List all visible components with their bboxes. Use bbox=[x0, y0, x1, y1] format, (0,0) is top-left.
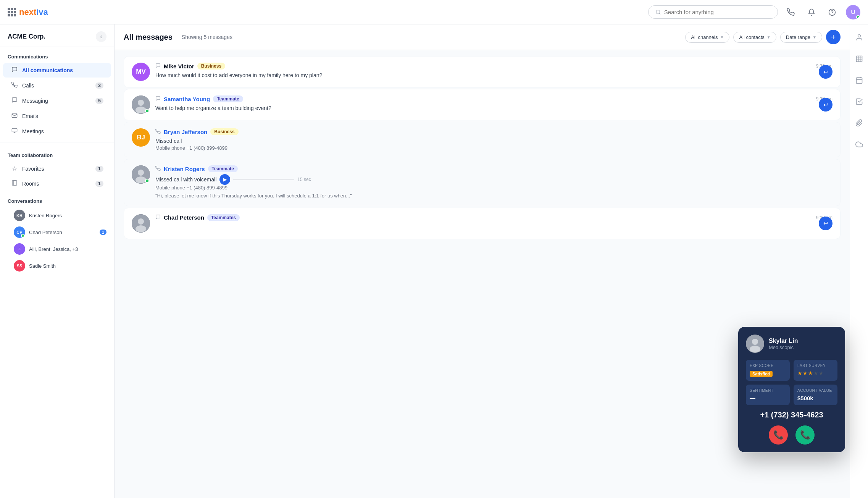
sidebar-item-all-communications[interactable]: All communications bbox=[3, 63, 111, 78]
account-value: $500k bbox=[797, 395, 834, 401]
topnav-icons: U bbox=[784, 5, 860, 19]
bryan-jefferson-content: Bryan Jefferson Business Missed call Mob… bbox=[155, 128, 833, 151]
group-avatar: 5 bbox=[14, 243, 25, 255]
message-mike-victor[interactable]: MV Mike Victor Business 9:30 am How much… bbox=[124, 56, 841, 87]
favorites-badge: 1 bbox=[95, 166, 103, 172]
all-channels-filter[interactable]: All channels ▼ bbox=[685, 32, 729, 43]
meetings-label: Meetings bbox=[22, 128, 103, 134]
sadie-smith-avatar: SS bbox=[14, 260, 25, 272]
attachment-icon[interactable] bbox=[852, 116, 866, 130]
progress-bar bbox=[233, 179, 294, 180]
center-header: All messages Showing 5 messages All chan… bbox=[115, 24, 850, 50]
kristen-rogers-content: Kristen Rogers Teammate Missed call with… bbox=[155, 165, 833, 200]
calls-icon bbox=[11, 82, 18, 89]
bryan-jefferson-avatar: BJ bbox=[132, 128, 150, 147]
chad-peterson-avatar-msg bbox=[132, 214, 150, 233]
conversations-section-title: Conversations bbox=[0, 191, 114, 207]
popup-user-info: Skylar Lin Mediscopic bbox=[746, 335, 837, 353]
svg-point-6 bbox=[138, 100, 144, 106]
svg-point-13 bbox=[136, 225, 146, 232]
contact-popup-card: Skylar Lin Mediscopic EXP SCORE Satisfie… bbox=[738, 327, 845, 452]
chad-online-dot bbox=[21, 234, 25, 238]
message-samantha-young[interactable]: Samantha Young Teammate 9:30 am Want to … bbox=[124, 89, 841, 120]
chevron-down-icon: ▼ bbox=[720, 35, 724, 39]
message-bryan-jefferson[interactable]: BJ Bryan Jefferson Business Missed call … bbox=[124, 122, 841, 157]
samantha-young-text: Want to help me organize a team building… bbox=[155, 104, 833, 112]
left-sidebar: ACME Corp. ‹ Communications All communic… bbox=[0, 24, 115, 498]
kristen-rogers-name: Kristen Rogers bbox=[29, 213, 106, 218]
svg-rect-2 bbox=[12, 113, 17, 118]
bryan-jefferson-text: Missed call bbox=[155, 137, 833, 145]
popup-contact-company: Mediscopic bbox=[769, 344, 798, 350]
contact-icon[interactable] bbox=[852, 31, 866, 44]
sidebar-item-calls[interactable]: Calls 3 bbox=[3, 78, 111, 93]
phone-icon[interactable] bbox=[784, 5, 798, 19]
conv-item-kristen-rogers[interactable]: KR Kristen Rogers bbox=[0, 207, 114, 224]
popup-call-actions: 📞 📞 bbox=[746, 425, 837, 445]
svg-rect-4 bbox=[12, 181, 17, 185]
cloud-icon[interactable] bbox=[852, 137, 866, 151]
communications-section-title: Communications bbox=[0, 47, 114, 63]
all-contacts-filter[interactable]: All contacts ▼ bbox=[733, 32, 776, 43]
voicemail-quote: "Hi, please let me know if this Thursday… bbox=[155, 192, 833, 200]
last-survey-label: LAST SURVEY bbox=[797, 364, 834, 368]
kristen-rogers-name: Kristen Rogers bbox=[164, 166, 205, 172]
grid-icon[interactable] bbox=[8, 8, 16, 16]
chad-peterson-tag: Teammates bbox=[207, 214, 240, 221]
user-avatar[interactable]: U bbox=[846, 5, 860, 19]
help-icon[interactable] bbox=[825, 5, 839, 19]
sidebar-item-emails[interactable]: Emails bbox=[3, 109, 111, 123]
kristen-rogers-text: Missed call with voicemail bbox=[155, 176, 216, 184]
popup-avatar bbox=[746, 335, 764, 353]
call-type-icon-2 bbox=[155, 166, 161, 172]
message-kristen-rogers[interactable]: Kristen Rogers Teammate Missed call with… bbox=[124, 159, 841, 206]
search-bar[interactable] bbox=[648, 5, 778, 19]
add-button[interactable]: + bbox=[826, 30, 841, 44]
conv-item-sadie-smith[interactable]: SS Sadie Smith bbox=[0, 257, 114, 274]
messaging-label: Messaging bbox=[22, 98, 92, 104]
tasks-icon[interactable] bbox=[852, 95, 866, 108]
samantha-reply-button[interactable]: ↩ bbox=[819, 98, 833, 112]
conv-item-group[interactable]: 5 Alli, Brent, Jessica, +3 bbox=[0, 241, 114, 257]
play-button[interactable]: ▶ bbox=[219, 174, 230, 185]
mike-victor-reply-button[interactable]: ↩ bbox=[819, 65, 833, 79]
svg-point-12 bbox=[138, 218, 144, 225]
bell-icon[interactable] bbox=[805, 5, 818, 19]
chad-peterson-name-msg: Chad Peterson bbox=[164, 214, 204, 221]
sidebar-item-messaging[interactable]: Messaging 5 bbox=[3, 94, 111, 108]
sidebar-item-rooms[interactable]: Rooms 1 bbox=[3, 176, 111, 191]
chad-peterson-content: Chad Peterson Teammates 9:30 am bbox=[155, 214, 833, 223]
top-navigation: nextiva U bbox=[0, 0, 868, 24]
date-range-filter[interactable]: Date range ▼ bbox=[780, 32, 822, 43]
svg-point-19 bbox=[750, 346, 760, 352]
message-type-icon-2 bbox=[155, 96, 161, 102]
sidebar-collapse-button[interactable]: ‹ bbox=[96, 31, 106, 42]
sidebar-item-meetings[interactable]: Meetings bbox=[3, 124, 111, 139]
calls-label: Calls bbox=[22, 82, 92, 89]
sentiment-label: SENTIMENT bbox=[750, 388, 786, 393]
right-sidebar bbox=[850, 24, 868, 498]
message-type-icon-3 bbox=[155, 214, 161, 221]
online-indicator bbox=[856, 15, 860, 19]
bryan-jefferson-tag: Business bbox=[210, 128, 238, 135]
chevron-down-icon-2: ▼ bbox=[767, 35, 771, 39]
chad-reply-button[interactable]: ↩ bbox=[819, 217, 833, 230]
conv-item-chad-peterson[interactable]: CP Chad Peterson 1 bbox=[0, 224, 114, 241]
svg-point-14 bbox=[858, 35, 860, 37]
end-call-button[interactable]: 📞 bbox=[769, 425, 788, 445]
messaging-icon bbox=[11, 97, 18, 105]
calendar-icon[interactable] bbox=[852, 73, 866, 87]
voicemail-row: Missed call with voicemail ▶ 15 sec bbox=[155, 174, 833, 185]
svg-point-18 bbox=[752, 339, 758, 345]
company-name: ACME Corp. bbox=[8, 33, 45, 40]
sidebar-item-favorites[interactable]: ☆ Favorites 1 bbox=[3, 162, 111, 176]
answer-call-button[interactable]: 📞 bbox=[795, 425, 815, 445]
call-type-icon bbox=[155, 129, 161, 135]
message-chad-peterson[interactable]: Chad Peterson Teammates 9:30 am ↩ bbox=[124, 208, 841, 239]
bryan-jefferson-subtext: Mobile phone +1 (480) 899-4899 bbox=[155, 145, 833, 151]
svg-point-7 bbox=[136, 107, 146, 113]
header-filters: All channels ▼ All contacts ▼ Date range… bbox=[685, 30, 841, 44]
search-input[interactable] bbox=[664, 9, 771, 15]
kristen-rogers-avatar: KR bbox=[14, 210, 25, 221]
building-icon[interactable] bbox=[852, 52, 866, 66]
